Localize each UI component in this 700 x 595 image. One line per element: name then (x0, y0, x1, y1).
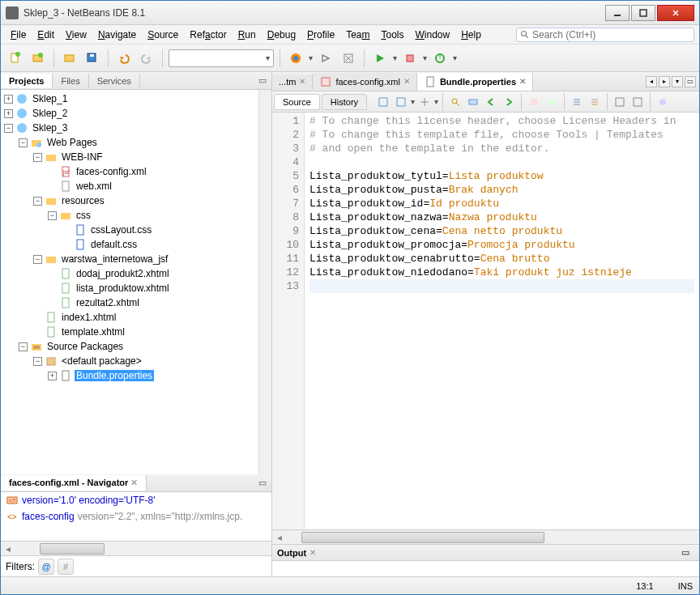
tree-node-css[interactable]: −css (45, 208, 271, 223)
tab-close-icon[interactable]: ✕ (299, 77, 305, 86)
code-area[interactable]: # To change this license header, choose … (305, 113, 699, 529)
navigator-line-2[interactable]: <>faces-config version="2.2", xmlns="htt… (1, 508, 271, 525)
editor-tab-tm[interactable]: ...tm✕ (272, 74, 313, 89)
menu-source[interactable]: Source (143, 27, 183, 43)
menu-profile[interactable]: Profile (302, 27, 339, 43)
config-combo[interactable] (169, 49, 274, 67)
menu-run[interactable]: Run (233, 27, 261, 43)
maximize-button[interactable] (631, 5, 655, 21)
tree-node-resources[interactable]: −resources (30, 193, 271, 208)
svg-point-19 (17, 123, 27, 133)
tree-node-index1[interactable]: index1.xhtml (30, 310, 271, 325)
clean-build-button[interactable] (339, 49, 358, 68)
editor-tool-e[interactable] (612, 94, 628, 110)
build-button[interactable] (316, 49, 335, 68)
menu-window[interactable]: Window (411, 27, 455, 43)
tab-close-icon[interactable]: ✕ (519, 77, 526, 86)
editor-tab-bundle[interactable]: Bundle.properties✕ (417, 73, 533, 91)
redo-button[interactable] (137, 49, 156, 68)
browser-icon[interactable] (286, 49, 305, 68)
tab-projects[interactable]: Projects (1, 74, 53, 88)
menu-team[interactable]: Team (341, 27, 374, 43)
menu-debug[interactable]: Debug (262, 27, 301, 43)
editor-tool-find[interactable] (447, 94, 463, 110)
tree-node-lista[interactable]: lista_produktow.xhtml (45, 281, 271, 295)
close-button[interactable] (657, 5, 694, 21)
left-hscroll[interactable]: ◂ (1, 541, 271, 555)
debug-button[interactable] (400, 49, 420, 68)
tree-node-rezultat[interactable]: rezultat2.xhtml (45, 295, 271, 310)
minimize-button[interactable] (605, 5, 630, 21)
menubar: File Edit View Navigate Source Refactor … (1, 25, 699, 45)
menu-edit[interactable]: Edit (32, 27, 59, 43)
tab-prev-button[interactable]: ◂ (646, 76, 657, 87)
tree-node-webpages[interactable]: −Web Pages (15, 135, 271, 150)
editor-tool-d[interactable] (587, 94, 603, 110)
search-field-wrap[interactable] (516, 28, 694, 42)
tree-node-sklep3[interactable]: −Sklep_3 (1, 121, 271, 135)
tree-node-dodaj[interactable]: dodaj_produkt2.xhtml (45, 266, 271, 281)
tree-node-warstwa[interactable]: −warstwa_internetowa_jsf (30, 252, 271, 266)
editor-tool-2[interactable] (393, 94, 409, 110)
editor-tool-f[interactable] (630, 94, 646, 110)
menu-refactor[interactable]: Refactor (185, 27, 231, 43)
tree-node-defaultpkg[interactable]: −<default package> (30, 354, 271, 368)
editor-tool-c[interactable] (569, 94, 585, 110)
subtab-history[interactable]: History (322, 94, 367, 110)
output-close-icon[interactable]: ✕ (309, 548, 316, 557)
navigator-panel[interactable]: <?version='1.0' encoding='UTF-8' <>faces… (1, 492, 271, 541)
tree-node-bundle[interactable]: +Bundle.properties (45, 368, 271, 383)
filter-hash-button[interactable]: # (58, 559, 74, 575)
editor-tool-3[interactable] (416, 94, 433, 110)
editor-tab-faces[interactable]: faces-config.xml✕ (313, 73, 416, 91)
editor-hscroll[interactable]: ◂ (272, 529, 699, 544)
navigator-minimize-icon[interactable]: ▭ (254, 478, 271, 488)
tree-node-sklep2[interactable]: +Sklep_2 (1, 106, 271, 121)
tab-services[interactable]: Services (89, 74, 140, 88)
editor-tool-1[interactable] (375, 94, 391, 110)
tree-node-sourcepackages[interactable]: −Source Packages (15, 339, 271, 354)
tree-node-webinf[interactable]: −WEB-INF (30, 150, 271, 164)
save-all-button[interactable] (83, 49, 102, 68)
subtab-source[interactable]: Source (274, 94, 320, 110)
undo-button[interactable] (114, 49, 134, 68)
editor-tool-next[interactable] (501, 94, 517, 110)
tab-close-icon[interactable]: ✕ (403, 77, 410, 86)
editor-tool-a[interactable] (526, 94, 542, 110)
search-input[interactable] (532, 29, 690, 40)
new-project-button[interactable] (28, 49, 48, 68)
tab-list-button[interactable]: ▾ (672, 76, 683, 87)
svg-rect-32 (62, 283, 69, 293)
tab-files[interactable]: Files (53, 74, 88, 88)
tree-node-csslayout[interactable]: cssLayout.css (59, 223, 271, 237)
output-minimize-icon[interactable]: ▭ (677, 547, 694, 558)
projects-vscroll[interactable] (258, 90, 271, 474)
editor-tool-prev[interactable] (483, 94, 499, 110)
editor-tool-b[interactable] (544, 94, 560, 110)
menu-file[interactable]: File (6, 27, 31, 43)
tree-node-webxml[interactable]: web.xml (45, 179, 271, 193)
projects-tree[interactable]: +Sklep_1 +Sklep_2 −Sklep_3 −Web Pages −W… (1, 90, 271, 474)
code-editor[interactable]: 12345678910111213 # To change this licen… (272, 113, 699, 529)
navigator-title[interactable]: faces-config.xml - Navigator ✕ (1, 475, 147, 491)
tab-max-button[interactable]: ▭ (685, 76, 696, 87)
tab-next-button[interactable]: ▸ (659, 76, 670, 87)
menu-view[interactable]: View (61, 27, 92, 43)
menu-help[interactable]: Help (456, 27, 486, 43)
editor-tool-replace[interactable] (465, 94, 481, 110)
run-button[interactable] (370, 49, 390, 68)
editor-tool-g[interactable] (655, 94, 671, 110)
new-file-button[interactable] (6, 49, 25, 68)
menu-navigate[interactable]: Navigate (93, 27, 141, 43)
output-header[interactable]: Output✕ ▭ (272, 545, 699, 561)
filter-at-button[interactable]: @ (38, 559, 54, 575)
tree-node-template[interactable]: template.xhtml (30, 325, 271, 339)
profile-button[interactable] (430, 49, 450, 68)
tree-node-defaultcss[interactable]: default.css (59, 237, 271, 252)
panel-minimize-icon[interactable]: ▭ (254, 75, 271, 86)
navigator-line-1[interactable]: <?version='1.0' encoding='UTF-8' (1, 492, 271, 508)
tree-node-sklep1[interactable]: +Sklep_1 (1, 91, 271, 106)
open-project-button[interactable] (60, 49, 79, 68)
menu-tools[interactable]: Tools (376, 27, 408, 43)
tree-node-facesconfig[interactable]: jsffaces-config.xml (45, 164, 271, 179)
